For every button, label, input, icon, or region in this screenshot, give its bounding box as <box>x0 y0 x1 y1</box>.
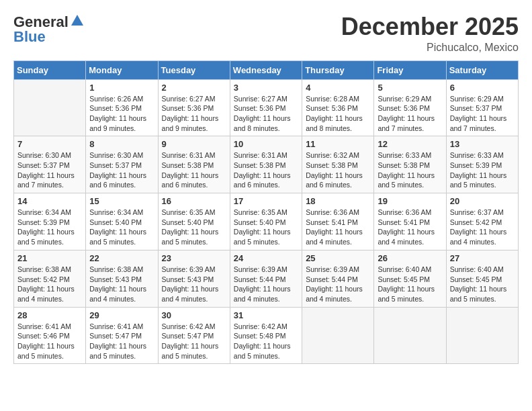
cell-details: Sunrise: 6:37 AM Sunset: 5:42 PM Dayligh… <box>450 208 507 246</box>
calendar-cell <box>446 307 518 364</box>
day-number: 23 <box>162 253 226 263</box>
calendar-cell: 13 Sunrise: 6:33 AM Sunset: 5:39 PM Dayl… <box>446 136 518 193</box>
cell-details: Sunrise: 6:40 AM Sunset: 5:45 PM Dayligh… <box>378 265 435 303</box>
day-number: 18 <box>306 196 370 206</box>
calendar-cell: 8 Sunrise: 6:30 AM Sunset: 5:37 PM Dayli… <box>86 136 158 193</box>
day-number: 24 <box>234 253 298 263</box>
calendar-cell: 15 Sunrise: 6:34 AM Sunset: 5:40 PM Dayl… <box>86 193 158 250</box>
day-number: 10 <box>234 139 298 149</box>
day-number: 14 <box>17 196 82 206</box>
cell-details: Sunrise: 6:38 AM Sunset: 5:43 PM Dayligh… <box>89 265 146 303</box>
day-number: 26 <box>378 253 442 263</box>
calendar-cell <box>302 307 374 364</box>
calendar-cell: 2 Sunrise: 6:27 AM Sunset: 5:36 PM Dayli… <box>158 79 230 136</box>
cell-details: Sunrise: 6:26 AM Sunset: 5:36 PM Dayligh… <box>89 95 146 132</box>
cell-details: Sunrise: 6:39 AM Sunset: 5:44 PM Dayligh… <box>234 265 291 303</box>
calendar-cell: 11 Sunrise: 6:32 AM Sunset: 5:38 PM Dayl… <box>302 136 374 193</box>
header-friday: Friday <box>374 60 446 79</box>
day-number: 4 <box>306 83 370 93</box>
cell-details: Sunrise: 6:34 AM Sunset: 5:40 PM Dayligh… <box>89 208 146 246</box>
svg-marker-0 <box>71 15 83 26</box>
calendar-cell: 4 Sunrise: 6:28 AM Sunset: 5:36 PM Dayli… <box>302 79 374 136</box>
page-header: General Blue December 2025 Pichucalco, M… <box>13 13 519 54</box>
cell-details: Sunrise: 6:28 AM Sunset: 5:36 PM Dayligh… <box>306 95 363 132</box>
cell-details: Sunrise: 6:41 AM Sunset: 5:46 PM Dayligh… <box>17 322 75 360</box>
day-number: 20 <box>450 196 515 206</box>
day-number: 29 <box>89 310 154 320</box>
calendar-cell: 6 Sunrise: 6:29 AM Sunset: 5:37 PM Dayli… <box>446 79 518 136</box>
logo-icon <box>70 13 85 28</box>
day-number: 7 <box>17 139 82 149</box>
calendar-cell: 21 Sunrise: 6:38 AM Sunset: 5:42 PM Dayl… <box>14 250 86 307</box>
cell-details: Sunrise: 6:41 AM Sunset: 5:47 PM Dayligh… <box>89 322 146 360</box>
calendar-cell: 14 Sunrise: 6:34 AM Sunset: 5:39 PM Dayl… <box>14 193 86 250</box>
day-number: 2 <box>162 83 226 93</box>
day-number: 30 <box>162 310 226 320</box>
header-wednesday: Wednesday <box>230 60 302 79</box>
day-number: 15 <box>89 196 154 206</box>
day-number: 28 <box>17 310 82 320</box>
calendar-cell: 18 Sunrise: 6:36 AM Sunset: 5:41 PM Dayl… <box>302 193 374 250</box>
cell-details: Sunrise: 6:38 AM Sunset: 5:42 PM Dayligh… <box>17 265 75 303</box>
title-area: December 2025 Pichucalco, Mexico <box>341 13 519 54</box>
calendar-cell: 9 Sunrise: 6:31 AM Sunset: 5:38 PM Dayli… <box>158 136 230 193</box>
calendar-cell: 22 Sunrise: 6:38 AM Sunset: 5:43 PM Dayl… <box>86 250 158 307</box>
day-number: 25 <box>306 253 370 263</box>
day-number: 17 <box>234 196 298 206</box>
calendar-cell: 25 Sunrise: 6:39 AM Sunset: 5:44 PM Dayl… <box>302 250 374 307</box>
calendar-table: SundayMondayTuesdayWednesdayThursdayFrid… <box>13 60 519 365</box>
header-saturday: Saturday <box>446 60 518 79</box>
cell-details: Sunrise: 6:30 AM Sunset: 5:37 PM Dayligh… <box>89 151 146 189</box>
cell-details: Sunrise: 6:31 AM Sunset: 5:38 PM Dayligh… <box>162 151 219 189</box>
cell-details: Sunrise: 6:42 AM Sunset: 5:48 PM Dayligh… <box>234 322 291 360</box>
day-number: 22 <box>89 253 154 263</box>
cell-details: Sunrise: 6:32 AM Sunset: 5:38 PM Dayligh… <box>306 151 363 189</box>
calendar-header: SundayMondayTuesdayWednesdayThursdayFrid… <box>14 60 519 79</box>
calendar-cell: 16 Sunrise: 6:35 AM Sunset: 5:40 PM Dayl… <box>158 193 230 250</box>
calendar-cell: 7 Sunrise: 6:30 AM Sunset: 5:37 PM Dayli… <box>14 136 86 193</box>
cell-details: Sunrise: 6:27 AM Sunset: 5:36 PM Dayligh… <box>162 95 219 132</box>
calendar-cell: 5 Sunrise: 6:29 AM Sunset: 5:36 PM Dayli… <box>374 79 446 136</box>
calendar-cell: 30 Sunrise: 6:42 AM Sunset: 5:47 PM Dayl… <box>158 307 230 364</box>
cell-details: Sunrise: 6:30 AM Sunset: 5:37 PM Dayligh… <box>17 151 75 189</box>
calendar-cell: 29 Sunrise: 6:41 AM Sunset: 5:47 PM Dayl… <box>86 307 158 364</box>
logo: General Blue <box>13 13 85 46</box>
cell-details: Sunrise: 6:40 AM Sunset: 5:45 PM Dayligh… <box>450 265 507 303</box>
day-number: 19 <box>378 196 442 206</box>
header-tuesday: Tuesday <box>158 60 230 79</box>
day-number: 11 <box>306 139 370 149</box>
day-number: 5 <box>378 83 442 93</box>
calendar-cell: 12 Sunrise: 6:33 AM Sunset: 5:38 PM Dayl… <box>374 136 446 193</box>
calendar-cell: 31 Sunrise: 6:42 AM Sunset: 5:48 PM Dayl… <box>230 307 302 364</box>
cell-details: Sunrise: 6:39 AM Sunset: 5:43 PM Dayligh… <box>162 265 219 303</box>
day-number: 6 <box>450 83 515 93</box>
calendar-cell: 20 Sunrise: 6:37 AM Sunset: 5:42 PM Dayl… <box>446 193 518 250</box>
day-number: 16 <box>162 196 226 206</box>
day-number: 27 <box>450 253 515 263</box>
day-number: 31 <box>234 310 298 320</box>
calendar-cell: 17 Sunrise: 6:35 AM Sunset: 5:40 PM Dayl… <box>230 193 302 250</box>
logo-blue-text: Blue <box>13 28 46 46</box>
calendar-cell: 3 Sunrise: 6:27 AM Sunset: 5:36 PM Dayli… <box>230 79 302 136</box>
day-number: 8 <box>89 139 154 149</box>
calendar-cell: 23 Sunrise: 6:39 AM Sunset: 5:43 PM Dayl… <box>158 250 230 307</box>
calendar-cell: 10 Sunrise: 6:31 AM Sunset: 5:38 PM Dayl… <box>230 136 302 193</box>
header-sunday: Sunday <box>14 60 86 79</box>
day-number: 13 <box>450 139 515 149</box>
calendar-cell <box>374 307 446 364</box>
day-number: 12 <box>378 139 442 149</box>
calendar-cell: 24 Sunrise: 6:39 AM Sunset: 5:44 PM Dayl… <box>230 250 302 307</box>
day-number: 21 <box>17 253 82 263</box>
cell-details: Sunrise: 6:35 AM Sunset: 5:40 PM Dayligh… <box>162 208 219 246</box>
cell-details: Sunrise: 6:36 AM Sunset: 5:41 PM Dayligh… <box>306 208 363 246</box>
cell-details: Sunrise: 6:29 AM Sunset: 5:36 PM Dayligh… <box>378 95 435 132</box>
calendar-cell: 27 Sunrise: 6:40 AM Sunset: 5:45 PM Dayl… <box>446 250 518 307</box>
calendar-cell: 26 Sunrise: 6:40 AM Sunset: 5:45 PM Dayl… <box>374 250 446 307</box>
calendar-cell: 1 Sunrise: 6:26 AM Sunset: 5:36 PM Dayli… <box>86 79 158 136</box>
calendar-cell <box>14 79 86 136</box>
cell-details: Sunrise: 6:31 AM Sunset: 5:38 PM Dayligh… <box>234 151 291 189</box>
cell-details: Sunrise: 6:35 AM Sunset: 5:40 PM Dayligh… <box>234 208 291 246</box>
month-title: December 2025 <box>341 13 519 40</box>
calendar-cell: 19 Sunrise: 6:36 AM Sunset: 5:41 PM Dayl… <box>374 193 446 250</box>
cell-details: Sunrise: 6:27 AM Sunset: 5:36 PM Dayligh… <box>234 95 291 132</box>
